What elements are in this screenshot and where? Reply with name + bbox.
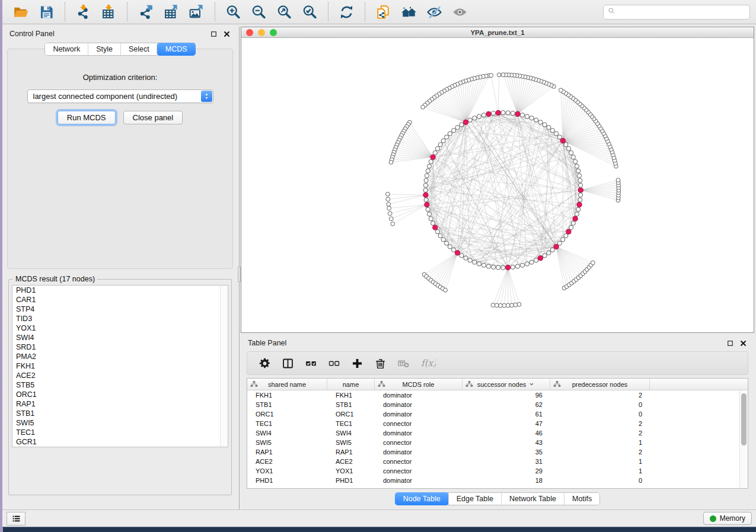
mcds-result-item[interactable]: RAP1 xyxy=(12,399,228,409)
table-panel-float-button[interactable] xyxy=(726,339,734,347)
zoom-selected-icon xyxy=(302,4,318,20)
uncheck-all-icon xyxy=(328,357,340,370)
eye-slash-button[interactable] xyxy=(422,3,447,21)
tab-motifs[interactable]: Motifs xyxy=(564,493,599,505)
control-panel-float-button[interactable] xyxy=(210,30,218,38)
search-box[interactable] xyxy=(603,5,750,20)
mcds-result-item[interactable]: PMA2 xyxy=(12,352,228,361)
tab-edge-table[interactable]: Edge Table xyxy=(448,493,501,505)
table-row[interactable]: PHD1PHD1dominator180 xyxy=(247,476,748,485)
columns-button[interactable] xyxy=(277,356,298,371)
mcds-result-item[interactable]: GCR1 xyxy=(12,437,228,447)
column-header-predecessor-nodes[interactable]: predecessor nodes xyxy=(550,379,650,390)
mcds-result-item[interactable]: SWI4 xyxy=(12,333,228,342)
table-row[interactable]: ACE2ACE2connector311 xyxy=(247,457,748,466)
eye-button[interactable] xyxy=(447,3,473,21)
table-row[interactable]: STB1STB1dominator620 xyxy=(247,400,748,409)
open-session-button[interactable] xyxy=(8,3,34,21)
copy-documents-share-button[interactable] xyxy=(371,3,396,21)
horizontal-splitter[interactable] xyxy=(241,333,754,336)
cell-successor-nodes: 46 xyxy=(462,430,550,437)
network-canvas[interactable] xyxy=(241,38,754,332)
network-graph[interactable] xyxy=(241,38,754,332)
memory-button[interactable]: Memory xyxy=(703,512,752,525)
scrollbar-thumb[interactable] xyxy=(741,393,747,446)
trash-button[interactable] xyxy=(370,356,391,371)
table-scrollbar[interactable] xyxy=(739,391,748,488)
column-header-successor-nodes[interactable]: successor nodes xyxy=(462,379,550,390)
mcds-result-item[interactable]: YOX1 xyxy=(12,323,228,333)
gear-button[interactable] xyxy=(254,356,275,371)
splitter-grip[interactable] xyxy=(238,267,241,282)
table-row[interactable]: SWI4SWI4dominator462 xyxy=(247,428,748,438)
zoom-fit-button[interactable] xyxy=(272,3,297,21)
cell-MCDS-role: dominator xyxy=(375,411,462,418)
zoom-in-button[interactable] xyxy=(221,3,246,21)
mcds-result-item[interactable]: ORC1 xyxy=(12,390,228,399)
cell-successor-nodes: 29 xyxy=(462,467,550,475)
mcds-result-item[interactable]: STB5 xyxy=(12,380,228,390)
mcds-result-item[interactable]: CAR1 xyxy=(12,295,228,305)
export-table-button[interactable] xyxy=(158,3,184,21)
search-input[interactable] xyxy=(616,8,746,16)
tab-network[interactable]: Network xyxy=(45,43,88,55)
task-history-button[interactable] xyxy=(7,512,25,525)
import-network-button[interactable] xyxy=(71,3,96,21)
export-network-button[interactable] xyxy=(133,3,158,21)
mcds-result-item[interactable]: TID3 xyxy=(12,314,228,323)
column-header-MCDS-role[interactable]: MCDS role xyxy=(375,379,462,390)
houses-button[interactable] xyxy=(396,3,422,21)
cell-predecessor-nodes: 1 xyxy=(550,467,650,475)
check-all-button[interactable] xyxy=(301,356,321,371)
table-row[interactable]: YOX1YOX1connector291 xyxy=(247,466,748,476)
cell-shared-name: ORC1 xyxy=(247,411,327,418)
tab-node-table[interactable]: Node Table xyxy=(395,492,449,505)
tab-select[interactable]: Select xyxy=(120,43,157,55)
cell-successor-nodes: 35 xyxy=(462,448,550,456)
chevron-updown-icon xyxy=(201,91,212,102)
vertical-splitter[interactable] xyxy=(238,27,241,509)
trash-icon xyxy=(374,357,387,370)
close-panel-button[interactable]: Close panel xyxy=(123,111,183,124)
copy-documents-share-icon xyxy=(375,4,391,20)
cell-predecessor-nodes: 2 xyxy=(550,430,650,437)
column-header-shared-name[interactable]: shared name xyxy=(247,379,327,390)
list-scrollbar[interactable] xyxy=(220,286,228,447)
column-header-name[interactable]: name xyxy=(327,379,375,390)
export-image-button[interactable] xyxy=(184,3,209,21)
zoom-out-icon xyxy=(251,4,267,20)
table-row[interactable]: SWI5SWI5connector431 xyxy=(247,438,748,447)
run-mcds-button[interactable]: Run MCDS xyxy=(58,111,116,124)
save-session-button[interactable] xyxy=(34,3,59,21)
zoom-selected-button[interactable] xyxy=(297,3,323,21)
search-icon xyxy=(607,7,616,18)
optimization-criterion-select[interactable]: largest connected component (undirected) xyxy=(27,89,213,103)
table-row[interactable]: TEC1TEC1connector472 xyxy=(247,419,748,428)
tab-mcds[interactable]: MCDS xyxy=(157,43,196,56)
mcds-result-item[interactable]: FKH1 xyxy=(12,361,228,371)
table-row[interactable]: RAP1RAP1dominator352 xyxy=(247,447,748,457)
import-table-button[interactable] xyxy=(96,3,122,21)
mcds-result-item[interactable]: PHD1 xyxy=(12,286,228,295)
close-icon xyxy=(739,339,747,347)
mcds-result-item[interactable]: STP4 xyxy=(12,305,228,314)
mcds-result-item[interactable]: STB1 xyxy=(12,409,228,418)
table-panel-close-button[interactable] xyxy=(739,339,747,347)
mcds-result-item[interactable]: SRD1 xyxy=(12,342,228,352)
control-panel-close-button[interactable] xyxy=(223,30,231,38)
float-icon xyxy=(210,30,218,38)
mcds-result-item[interactable]: SWI5 xyxy=(12,418,228,428)
mcds-result-list[interactable]: PHD1CAR1STP4TID3YOX1SWI4SRD1PMA2FKH1ACE2… xyxy=(12,285,228,447)
plus-button[interactable] xyxy=(347,356,368,371)
zoom-out-button[interactable] xyxy=(246,3,272,21)
mcds-result-item[interactable]: TEC1 xyxy=(12,428,228,437)
cell-shared-name: FKH1 xyxy=(247,392,327,399)
mcds-result-item[interactable]: ACE2 xyxy=(12,371,228,380)
table-row[interactable]: ORC1ORC1dominator610 xyxy=(247,409,748,419)
refresh-button[interactable] xyxy=(334,3,359,21)
mcds-result-fieldset: MCDS result (17 nodes) PHD1CAR1STP4TID3Y… xyxy=(8,275,232,495)
tab-network-table[interactable]: Network Table xyxy=(501,493,564,505)
table-row[interactable]: FKH1FKH1dominator962 xyxy=(247,390,748,400)
uncheck-all-button[interactable] xyxy=(324,356,344,371)
tab-style[interactable]: Style xyxy=(88,43,120,55)
